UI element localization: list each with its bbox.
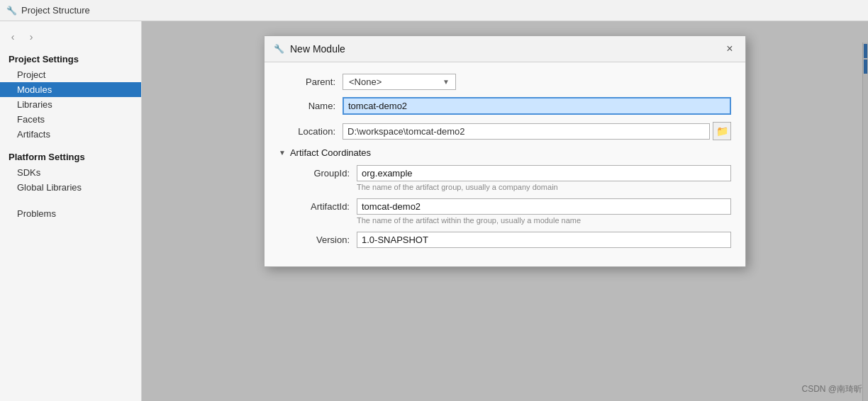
- groupid-hint: The name of the artifact group, usually …: [357, 183, 731, 191]
- sidebar-item-sdks[interactable]: SDKs: [0, 165, 141, 180]
- back-arrow[interactable]: ‹: [6, 30, 20, 44]
- groupid-field-container: The name of the artifact group, usually …: [357, 165, 731, 191]
- new-module-dialog: 🔧 New Module × Parent: <None> ▼: [264, 35, 746, 267]
- dialog-icon: 🔧: [273, 43, 284, 55]
- parent-row: Parent: <None> ▼: [279, 74, 731, 90]
- groupid-row: GroupId: The name of the artifact group,…: [279, 165, 731, 191]
- parent-label: Parent:: [279, 77, 343, 87]
- artifact-coordinates-toggle[interactable]: ▼ Artifact Coordinates: [279, 147, 731, 158]
- nav-controls: ‹ ›: [0, 27, 141, 50]
- sidebar-item-project[interactable]: Project: [0, 67, 141, 82]
- name-field-container: [343, 97, 731, 115]
- location-field-container: 📁: [343, 122, 731, 140]
- groupid-input[interactable]: [357, 165, 731, 181]
- version-input[interactable]: [357, 232, 731, 248]
- parent-dropdown-container: <None> ▼: [343, 74, 731, 90]
- dialog-close-button[interactable]: ×: [723, 42, 737, 56]
- name-input[interactable]: [343, 97, 731, 115]
- dialog-titlebar: 🔧 New Module ×: [265, 36, 745, 62]
- project-settings-header: Project Settings: [0, 50, 141, 67]
- dialog-body: Parent: <None> ▼ Name:: [265, 62, 745, 266]
- artifactid-row: ArtifactId: The name of the artifact wit…: [279, 198, 731, 225]
- parent-dropdown[interactable]: <None> ▼: [343, 74, 456, 90]
- version-row: Version:: [279, 232, 731, 248]
- browse-folder-button[interactable]: 📁: [713, 122, 731, 140]
- version-field-container: [357, 232, 731, 248]
- sidebar-item-modules[interactable]: Modules: [0, 82, 141, 97]
- ide-window: 🔧 Project Structure ‹ › Project Settings…: [0, 0, 868, 401]
- groupid-label: GroupId:: [293, 165, 357, 179]
- main-content: CSDN @南琦昕 🔧 New Module × Parent:: [142, 21, 868, 401]
- version-label: Version:: [293, 232, 357, 245]
- location-label: Location:: [279, 126, 343, 137]
- sidebar: ‹ › Project Settings Project Modules Lib…: [0, 21, 142, 401]
- artifact-coordinates-section: ▼ Artifact Coordinates GroupId: The name…: [279, 147, 731, 248]
- artifactid-field-container: The name of the artifact within the grou…: [357, 198, 731, 225]
- dialog-title-left: 🔧 New Module: [273, 43, 345, 55]
- collapse-arrow-icon: ▼: [279, 149, 286, 157]
- chevron-down-icon: ▼: [443, 78, 450, 86]
- folder-icon: 📁: [716, 125, 728, 137]
- sidebar-item-problems[interactable]: Problems: [0, 206, 141, 221]
- parent-dropdown-value: <None>: [349, 77, 440, 87]
- app-title: Project Structure: [21, 5, 90, 16]
- location-row: Location: 📁: [279, 122, 731, 140]
- location-input[interactable]: [343, 123, 710, 140]
- app-icon: 🔧: [6, 5, 17, 16]
- sidebar-item-libraries[interactable]: Libraries: [0, 97, 141, 112]
- name-label: Name:: [279, 101, 343, 111]
- title-bar: 🔧 Project Structure: [0, 0, 868, 21]
- artifactid-hint: The name of the artifact within the grou…: [357, 216, 731, 225]
- artifactid-input[interactable]: [357, 198, 731, 215]
- modal-overlay: 🔧 New Module × Parent: <None> ▼: [142, 21, 868, 401]
- artifactid-label: ArtifactId:: [293, 198, 357, 212]
- sidebar-item-global-libraries[interactable]: Global Libraries: [0, 180, 141, 195]
- forward-arrow[interactable]: ›: [24, 30, 38, 44]
- dialog-title: New Module: [290, 43, 345, 55]
- sidebar-item-artifacts[interactable]: Artifacts: [0, 127, 141, 142]
- name-row: Name:: [279, 97, 731, 115]
- platform-settings-header: Platform Settings: [0, 147, 141, 165]
- artifact-coordinates-label: Artifact Coordinates: [290, 147, 371, 158]
- sidebar-item-facets[interactable]: Facets: [0, 112, 141, 127]
